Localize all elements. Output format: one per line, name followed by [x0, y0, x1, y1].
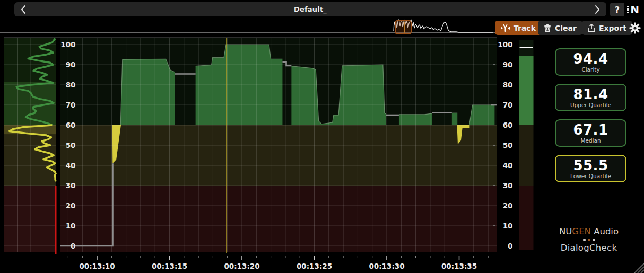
upper-quartile-value: 81.4 — [573, 87, 608, 101]
svg-text:90: 90 — [66, 60, 76, 69]
svg-text:20: 20 — [503, 201, 513, 210]
resize-grip[interactable] — [629, 258, 644, 273]
export-button-label: Export — [599, 24, 626, 32]
stat-clarity: 94.4 Clarity — [555, 48, 626, 76]
lower-quartile-value: 55.5 — [573, 158, 608, 172]
svg-text:00:13:15: 00:13:15 — [152, 262, 187, 270]
export-icon — [588, 24, 595, 32]
clarity-value: 94.4 — [573, 52, 608, 66]
svg-text:80: 80 — [66, 81, 76, 89]
preset-title[interactable]: Default_ — [294, 5, 327, 13]
svg-text:00:13:35: 00:13:35 — [441, 262, 477, 270]
svg-text:90: 90 — [503, 60, 513, 69]
svg-text:0: 0 — [508, 242, 512, 250]
clear-button[interactable]: Clear — [538, 21, 582, 35]
settings-button[interactable] — [628, 21, 641, 34]
svg-text:00:13:20: 00:13:20 — [224, 262, 259, 270]
svg-text:50: 50 — [66, 141, 76, 149]
svg-text:30: 30 — [66, 181, 76, 190]
clarity-label: Clarity — [581, 67, 599, 73]
svg-text:00:13:10: 00:13:10 — [79, 262, 115, 270]
stat-lower-quartile: 55.5 Lower Quartile — [555, 155, 626, 182]
median-label: Median — [580, 138, 601, 144]
track-playhead-icon — [501, 24, 510, 32]
stat-median: 67.1 Median — [555, 119, 626, 147]
value-bar-meter — [519, 47, 534, 125]
svg-text:60: 60 — [66, 121, 76, 129]
title-bar: Default_ — [14, 2, 606, 16]
svg-text:100: 100 — [60, 40, 75, 49]
brand-name: NUGEN Audio — [546, 226, 631, 236]
svg-text:60: 60 — [503, 121, 513, 129]
svg-text:70: 70 — [503, 101, 513, 109]
trash-icon — [544, 24, 551, 32]
product-name: DialogCheck — [546, 243, 631, 253]
branding-block: NUGEN Audio DialogCheck — [546, 226, 631, 253]
track-button-label: Track — [514, 24, 536, 32]
forward-button[interactable] — [588, 2, 606, 16]
chevron-right-icon — [594, 4, 601, 15]
svg-text:0: 0 — [71, 242, 75, 250]
svg-text:20: 20 — [66, 201, 76, 210]
svg-text:80: 80 — [503, 81, 513, 89]
logo-n-letter: N — [630, 4, 639, 15]
back-button[interactable] — [14, 2, 32, 16]
help-button[interactable]: ? — [610, 3, 624, 16]
meter-peak-marker — [520, 47, 533, 48]
track-button[interactable]: Track — [495, 21, 542, 35]
svg-text:40: 40 — [503, 161, 513, 170]
svg-text:10: 10 — [503, 222, 513, 230]
lower-quartile-label: Lower Quartile — [570, 173, 611, 179]
svg-text:00:13:30: 00:13:30 — [369, 262, 404, 270]
overview-selection-window[interactable] — [395, 21, 411, 34]
svg-text:100: 100 — [498, 40, 512, 49]
svg-text:70: 70 — [66, 101, 76, 109]
nugen-logo: N — [627, 3, 639, 16]
svg-text:10: 10 — [66, 222, 76, 230]
overview-sparkline[interactable] — [0, 19, 536, 36]
stat-upper-quartile: 81.4 Upper Quartile — [555, 84, 626, 111]
svg-text:50: 50 — [503, 141, 513, 149]
logo-dots-icon — [627, 6, 629, 14]
gear-icon — [629, 22, 641, 34]
x-axis: 00:13:1000:13:1500:13:2000:13:2500:13:30… — [68, 256, 488, 270]
svg-text:00:13:25: 00:13:25 — [297, 262, 332, 270]
svg-text:40: 40 — [66, 161, 76, 170]
svg-text:30: 30 — [503, 181, 513, 190]
upper-quartile-label: Upper Quartile — [570, 102, 611, 108]
clear-button-label: Clear — [555, 24, 577, 32]
chevron-left-icon — [20, 4, 27, 15]
export-button[interactable]: Export — [582, 21, 632, 35]
median-value: 67.1 — [573, 123, 608, 137]
brand-dots-icon — [546, 239, 631, 241]
